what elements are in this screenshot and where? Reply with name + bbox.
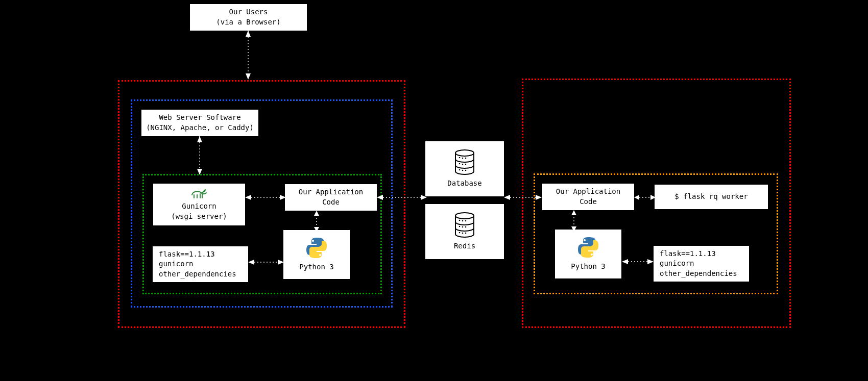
- gunicorn-box: Gunicorn (wsgi server): [153, 184, 245, 225]
- svg-point-35: [462, 233, 464, 234]
- gunicorn-line2: (wsgi server): [171, 212, 227, 222]
- deps-l2-left: gunicorn: [159, 259, 193, 269]
- appcode-label-left: Our Application Code: [299, 187, 363, 207]
- webserver-line1: Web Server Software: [159, 113, 240, 123]
- svg-point-22: [462, 164, 464, 165]
- worker-cmd-box: $ flask rq worker: [655, 185, 768, 209]
- svg-point-33: [465, 226, 467, 228]
- svg-point-49: [584, 239, 586, 241]
- appcode-label-right: Our Application Code: [556, 187, 620, 207]
- redis-box: Redis: [425, 204, 504, 259]
- gunicorn-icon: [190, 188, 208, 202]
- svg-marker-2: [246, 31, 251, 37]
- svg-point-31: [459, 226, 461, 227]
- python-label-right: Python 3: [571, 262, 605, 272]
- webserver-line2: (NGINX, Apache, or Caddy): [146, 123, 254, 133]
- python-box-right: Python 3: [555, 230, 621, 278]
- appcode-box-right: Our Application Code: [542, 184, 634, 210]
- svg-point-12: [312, 240, 314, 242]
- python-icon-left: [305, 237, 328, 262]
- redis-icon: [453, 212, 476, 241]
- database-label: Database: [447, 179, 481, 189]
- svg-point-28: [459, 220, 461, 221]
- svg-point-17: [455, 150, 474, 156]
- svg-point-36: [465, 233, 467, 234]
- users-box: Our Users (via a Browser): [190, 4, 307, 31]
- svg-point-19: [462, 158, 464, 159]
- python-label-left: Python 3: [299, 262, 333, 272]
- deps-l1-right: flask==1.1.13: [660, 249, 716, 259]
- svg-point-13: [319, 254, 321, 256]
- svg-point-24: [459, 169, 461, 171]
- database-icon: [453, 149, 476, 179]
- deps-l2-right: gunicorn: [660, 259, 694, 269]
- svg-point-18: [459, 157, 461, 159]
- python-box-left: Python 3: [283, 230, 350, 279]
- python-icon-right: [577, 236, 599, 262]
- users-line1: Our Users: [229, 7, 268, 17]
- svg-point-23: [465, 164, 467, 165]
- webserver-box: Web Server Software (NGINX, Apache, or C…: [141, 110, 258, 136]
- svg-point-25: [462, 170, 464, 171]
- svg-point-27: [455, 213, 474, 219]
- database-box: Database: [425, 141, 504, 196]
- svg-point-32: [462, 226, 464, 228]
- svg-marker-41: [504, 195, 510, 200]
- svg-marker-1: [246, 73, 251, 80]
- deps-box-right: flask==1.1.13 gunicorn other_dependencie…: [654, 246, 749, 282]
- users-line2: (via a Browser): [216, 17, 280, 28]
- svg-point-26: [465, 170, 467, 171]
- redis-label: Redis: [454, 241, 475, 251]
- deps-l3-left: other_dependencies: [159, 269, 236, 280]
- deps-box-left: flask==1.1.13 gunicorn other_dependencie…: [153, 246, 248, 282]
- arrow-users-to-server: [243, 31, 253, 82]
- worker-cmd-label: $ flask rq worker: [674, 192, 748, 202]
- svg-point-30: [465, 220, 467, 222]
- svg-point-34: [459, 232, 461, 234]
- svg-point-29: [462, 220, 464, 222]
- appcode-box-left: Our Application Code: [285, 184, 377, 211]
- svg-point-21: [459, 163, 461, 165]
- svg-point-20: [465, 158, 467, 159]
- deps-l3-right: other_dependencies: [660, 269, 737, 279]
- gunicorn-line1: Gunicorn: [182, 201, 216, 212]
- deps-l1-left: flask==1.1.13: [159, 249, 215, 260]
- svg-point-50: [591, 253, 593, 256]
